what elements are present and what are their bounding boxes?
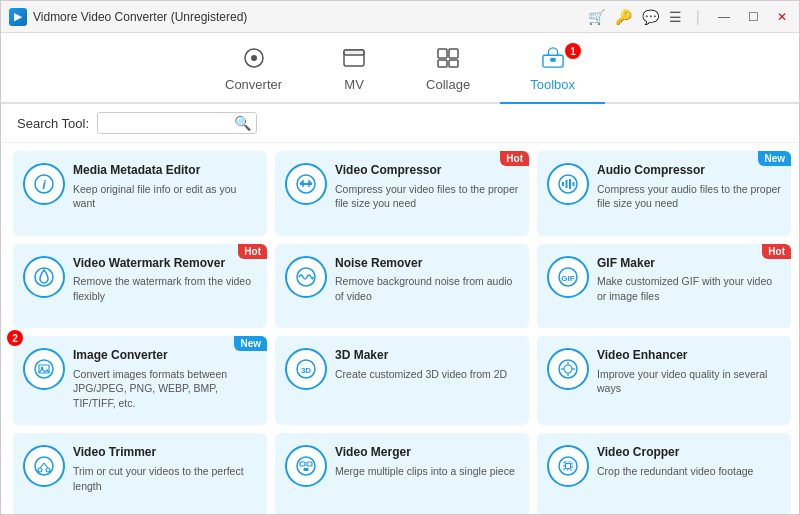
video-merger-info: Video Merger Merge multiple clips into a… [335,445,519,478]
svg-rect-42 [304,468,309,471]
svg-point-34 [35,457,53,475]
svg-point-23 [35,360,53,378]
video-watermark-remover-info: Video Watermark Remover Remove the water… [73,256,257,304]
svg-rect-6 [438,60,447,67]
titlebar-controls: 🛒 🔑 💬 ☰ | — ☐ ✕ [588,8,791,26]
noise-remover-icon [285,256,327,298]
svg-point-1 [251,55,257,61]
image-converter-info: Image Converter Convert images formats b… [73,348,257,411]
tool-card-noise-remover[interactable]: Noise Remover Remove background noise fr… [275,244,529,329]
video-compressor-info: Video Compressor Compress your video fil… [335,163,519,211]
audio-compressor-desc: Compress your audio files to the proper … [597,182,781,211]
3d-maker-icon: 3D [285,348,327,390]
tab-collage-label: Collage [426,77,470,92]
tab-collage[interactable]: Collage [396,41,500,104]
tool-card-video-enhancer[interactable]: Video Enhancer Improve your video qualit… [537,336,791,425]
svg-rect-40 [300,462,305,466]
media-metadata-editor-desc: Keep original file info or edit as you w… [73,182,257,211]
video-compressor-icon [285,163,327,205]
noise-remover-info: Noise Remover Remove background noise fr… [335,256,519,304]
toolbox-badge: 1 [565,43,581,59]
search-icon[interactable]: 🔍 [234,115,251,131]
3d-maker-desc: Create customized 3D video from 2D [335,367,519,382]
new-badge: New [234,336,267,351]
svg-rect-5 [449,49,458,58]
tool-card-gif-maker[interactable]: GIF GIF Maker Make customized GIF with y… [537,244,791,329]
key-icon[interactable]: 🔑 [615,9,632,25]
audio-compressor-icon [547,163,589,205]
svg-rect-7 [449,60,458,67]
video-watermark-remover-icon [23,256,65,298]
gif-maker-name: GIF Maker [597,256,781,272]
collage-icon [436,47,460,73]
video-cropper-icon [547,445,589,487]
tool-card-audio-compressor[interactable]: Audio Compressor Compress your audio fil… [537,151,791,236]
mv-icon [342,47,366,73]
svg-rect-41 [307,462,312,466]
video-cropper-desc: Crop the redundant video footage [597,464,781,479]
video-merger-icon [285,445,327,487]
noise-remover-name: Noise Remover [335,256,519,272]
tool-card-image-converter[interactable]: 2 Image Converter Convert images formats… [13,336,267,425]
media-metadata-editor-name: Media Metadata Editor [73,163,257,179]
media-metadata-editor-info: Media Metadata Editor Keep original file… [73,163,257,211]
svg-rect-9 [550,58,556,62]
card-badge-2: 2 [7,330,23,346]
video-trimmer-icon [23,445,65,487]
video-watermark-remover-name: Video Watermark Remover [73,256,257,272]
svg-rect-4 [438,49,447,58]
video-watermark-remover-desc: Remove the watermark from the video flex… [73,274,257,303]
gif-maker-desc: Make customized GIF with your video or i… [597,274,781,303]
svg-rect-3 [344,50,364,55]
svg-line-37 [40,463,44,468]
app-icon: ▶ [9,8,27,26]
close-button[interactable]: ✕ [773,8,791,26]
audio-compressor-name: Audio Compressor [597,163,781,179]
nav-tabs: Converter MV Collage 1 [1,33,799,104]
chat-icon[interactable]: 💬 [642,9,659,25]
image-converter-desc: Convert images formats between JPG/JPEG,… [73,367,257,411]
svg-rect-15 [562,182,564,186]
video-merger-desc: Merge multiple clips into a single piece [335,464,519,479]
hot-badge: Hot [500,151,529,166]
tool-card-video-merger[interactable]: Video Merger Merge multiple clips into a… [275,433,529,515]
tab-converter[interactable]: Converter [195,41,312,104]
search-bar: Search Tool: 🔍 [1,104,799,143]
cart-icon[interactable]: 🛒 [588,9,605,25]
3d-maker-name: 3D Maker [335,348,519,364]
video-enhancer-info: Video Enhancer Improve your video qualit… [597,348,781,396]
tool-card-video-watermark-remover[interactable]: Video Watermark Remover Remove the water… [13,244,267,329]
svg-rect-18 [573,182,575,186]
svg-rect-17 [569,179,571,189]
media-metadata-editor-icon: i [23,163,65,205]
tab-toolbox-label: Toolbox [530,77,575,92]
tab-mv-label: MV [344,77,364,92]
video-enhancer-name: Video Enhancer [597,348,781,364]
tool-card-video-cropper[interactable]: Video Cropper Crop the redundant video f… [537,433,791,515]
search-input[interactable] [97,112,257,134]
svg-rect-16 [566,180,568,188]
titlebar-title: Vidmore Video Converter (Unregistered) [33,10,247,24]
tool-card-video-compressor[interactable]: Video Compressor Compress your video fil… [275,151,529,236]
video-compressor-name: Video Compressor [335,163,519,179]
noise-remover-desc: Remove background noise from audio of vi… [335,274,519,303]
tool-card-3d-maker[interactable]: 3D 3D Maker Create customized 3D video f… [275,336,529,425]
video-cropper-info: Video Cropper Crop the redundant video f… [597,445,781,478]
audio-compressor-info: Audio Compressor Compress your audio fil… [597,163,781,211]
tool-card-media-metadata-editor[interactable]: i Media Metadata Editor Keep original fi… [13,151,267,236]
hot-badge: Hot [762,244,791,259]
tab-mv[interactable]: MV [312,41,396,104]
3d-maker-info: 3D Maker Create customized 3D video from… [335,348,519,381]
video-merger-name: Video Merger [335,445,519,461]
video-trimmer-info: Video Trimmer Trim or cut your videos to… [73,445,257,493]
video-compressor-desc: Compress your video files to the proper … [335,182,519,211]
menu-icon[interactable]: ☰ [669,9,682,25]
maximize-button[interactable]: ☐ [744,8,763,26]
svg-point-36 [46,468,50,472]
tool-card-video-trimmer[interactable]: Video Trimmer Trim or cut your videos to… [13,433,267,515]
video-enhancer-icon [547,348,589,390]
svg-text:GIF: GIF [561,274,574,283]
tab-toolbox[interactable]: 1 Toolbox [500,41,605,104]
search-label: Search Tool: [17,116,89,131]
minimize-button[interactable]: — [714,8,734,26]
